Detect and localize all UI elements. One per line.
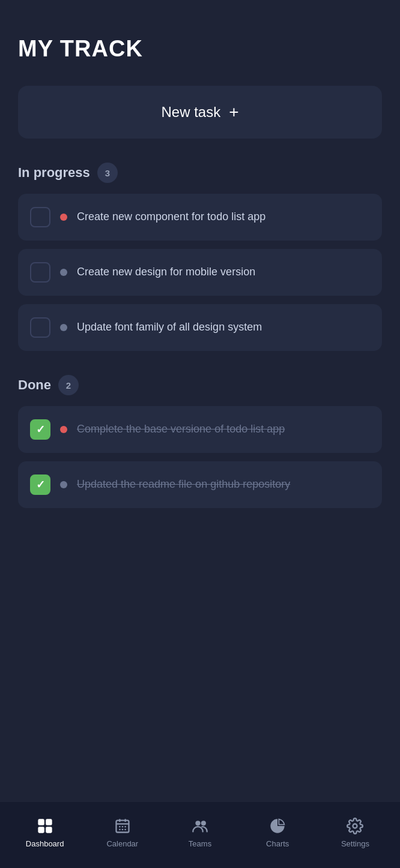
svg-rect-8 bbox=[119, 826, 120, 827]
task-priority-dot bbox=[60, 269, 67, 276]
task-item[interactable]: Update font family of all design system bbox=[18, 304, 382, 351]
svg-rect-0 bbox=[38, 819, 44, 825]
page-title: MY TRACK bbox=[18, 36, 382, 62]
new-task-button[interactable]: New task + bbox=[18, 86, 382, 139]
plus-icon: + bbox=[229, 104, 238, 121]
task-item[interactable]: Create new design for mobile version bbox=[18, 249, 382, 296]
new-task-label: New task bbox=[161, 104, 220, 121]
in-progress-label: In progress bbox=[18, 165, 90, 181]
svg-point-14 bbox=[195, 821, 200, 825]
done-section-header: Done 2 bbox=[18, 375, 382, 395]
svg-rect-2 bbox=[38, 827, 44, 833]
svg-rect-13 bbox=[124, 828, 126, 830]
task-text: Updated the readme file on github reposi… bbox=[77, 477, 370, 492]
svg-point-16 bbox=[353, 824, 357, 828]
nav-item-teams[interactable]: Teams bbox=[161, 816, 238, 848]
task-priority-dot bbox=[60, 426, 67, 433]
checkmark-icon: ✓ bbox=[36, 423, 45, 436]
done-badge: 2 bbox=[58, 375, 79, 395]
teams-icon bbox=[190, 816, 210, 836]
task-text: Update font family of all design system bbox=[77, 320, 370, 335]
task-checkbox[interactable]: ✓ bbox=[30, 419, 50, 440]
in-progress-tasks-list: Create new component for todo list app C… bbox=[18, 194, 382, 351]
task-item[interactable]: ✓ Complete the base versione of todo lis… bbox=[18, 406, 382, 453]
checkmark-icon: ✓ bbox=[36, 478, 45, 491]
svg-rect-11 bbox=[119, 828, 120, 830]
bottom-nav: Dashboard Calendar bbox=[0, 802, 400, 868]
task-text: Create new design for mobile version bbox=[77, 265, 370, 280]
done-tasks-list: ✓ Complete the base versione of todo lis… bbox=[18, 406, 382, 508]
task-text: Complete the base versione of todo list … bbox=[77, 422, 370, 437]
main-content: MY TRACK New task + In progress 3 Create… bbox=[0, 0, 400, 604]
task-item[interactable]: ✓ Updated the readme file on github repo… bbox=[18, 461, 382, 508]
nav-label-calendar: Calendar bbox=[106, 839, 138, 848]
task-priority-dot bbox=[60, 324, 67, 331]
nav-item-settings[interactable]: Settings bbox=[317, 816, 394, 848]
dashboard-icon bbox=[35, 816, 55, 836]
task-checkbox[interactable]: ✓ bbox=[30, 474, 50, 495]
task-priority-dot bbox=[60, 214, 67, 221]
task-priority-dot bbox=[60, 481, 67, 488]
task-item[interactable]: Create new component for todo list app bbox=[18, 194, 382, 241]
task-checkbox[interactable] bbox=[30, 207, 50, 227]
svg-rect-3 bbox=[46, 827, 52, 833]
svg-rect-1 bbox=[46, 819, 52, 825]
nav-label-charts: Charts bbox=[266, 839, 289, 848]
charts-icon bbox=[268, 816, 287, 836]
svg-rect-10 bbox=[124, 826, 126, 827]
calendar-icon bbox=[113, 816, 132, 836]
task-checkbox[interactable] bbox=[30, 317, 50, 338]
nav-label-settings: Settings bbox=[341, 839, 369, 848]
svg-point-15 bbox=[201, 821, 206, 825]
svg-rect-12 bbox=[122, 828, 123, 830]
nav-label-teams: Teams bbox=[189, 839, 211, 848]
settings-icon bbox=[345, 816, 365, 836]
in-progress-badge: 3 bbox=[97, 163, 118, 183]
nav-item-charts[interactable]: Charts bbox=[239, 816, 317, 848]
nav-item-dashboard[interactable]: Dashboard bbox=[6, 816, 83, 848]
task-checkbox[interactable] bbox=[30, 262, 50, 283]
svg-rect-9 bbox=[122, 826, 123, 827]
done-label: Done bbox=[18, 377, 51, 393]
task-text: Create new component for todo list app bbox=[77, 209, 370, 224]
in-progress-section-header: In progress 3 bbox=[18, 163, 382, 183]
nav-label-dashboard: Dashboard bbox=[26, 839, 64, 848]
nav-item-calendar[interactable]: Calendar bbox=[83, 816, 161, 848]
